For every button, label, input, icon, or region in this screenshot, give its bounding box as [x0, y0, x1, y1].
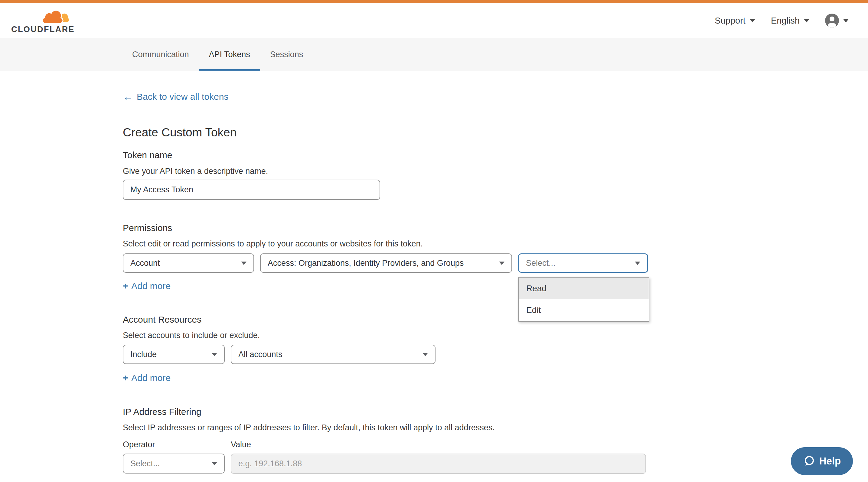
- permission-resource-value: Access: Organizations, Identity Provider…: [268, 259, 464, 268]
- cloudflare-logo[interactable]: CLOUDFLARE: [11, 9, 70, 35]
- permission-access-select[interactable]: Select...: [518, 253, 648, 273]
- chevron-down-icon: [635, 262, 640, 265]
- token-name-heading: Token name: [123, 150, 172, 160]
- tab-label: API Tokens: [209, 50, 250, 59]
- chevron-down-icon: [499, 262, 504, 265]
- account-menu[interactable]: [825, 13, 849, 28]
- ip-filtering-description: Select IP addresses or ranges of IP addr…: [123, 423, 495, 432]
- tab-communication[interactable]: Communication: [122, 38, 199, 71]
- add-more-label: Add more: [131, 281, 170, 291]
- chevron-down-icon: [804, 19, 809, 22]
- resource-selection-select[interactable]: All accounts: [231, 345, 435, 364]
- access-options-menu: Read Edit: [518, 277, 649, 322]
- tab-sessions[interactable]: Sessions: [260, 38, 313, 71]
- language-menu[interactable]: English: [771, 16, 809, 26]
- permissions-description: Select edit or read permissions to apply…: [123, 239, 423, 249]
- account-resources-description: Select accounts to include or exclude.: [123, 331, 260, 340]
- resource-mode-select[interactable]: Include: [123, 345, 225, 364]
- chevron-down-icon: [423, 353, 428, 356]
- menu-option-edit[interactable]: Edit: [519, 299, 649, 321]
- plus-icon: +: [123, 281, 128, 291]
- token-name-description: Give your API token a descriptive name.: [123, 167, 268, 176]
- top-accent-bar: [0, 0, 868, 3]
- active-tab-underline: [199, 69, 260, 71]
- plus-icon: +: [123, 373, 128, 383]
- cloudflare-profile-page: CLOUDFLARE Support English: [0, 0, 868, 482]
- permission-access-placeholder: Select...: [526, 259, 556, 268]
- add-more-label: Add more: [131, 373, 170, 383]
- header-right-nav: Support English: [715, 3, 849, 38]
- back-link-label: Back to view all tokens: [137, 92, 228, 102]
- chevron-down-icon: [212, 353, 217, 356]
- permission-scope-select[interactable]: Account: [123, 253, 254, 273]
- permission-scope-value: Account: [130, 259, 160, 268]
- header: CLOUDFLARE Support English: [0, 3, 868, 38]
- help-button-label: Help: [819, 455, 841, 467]
- operator-label: Operator: [123, 440, 155, 449]
- token-name-input[interactable]: [123, 180, 380, 200]
- value-label: Value: [231, 440, 251, 449]
- tab-label: Communication: [132, 50, 189, 59]
- cloudflare-cloud-icon: [39, 9, 70, 25]
- tab-api-tokens[interactable]: API Tokens: [199, 38, 260, 71]
- ip-operator-placeholder: Select...: [130, 459, 160, 469]
- chevron-down-icon: [212, 462, 217, 465]
- cloudflare-logo-text: CLOUDFLARE: [11, 25, 70, 34]
- chevron-down-icon: [843, 19, 849, 22]
- resource-mode-value: Include: [130, 350, 157, 359]
- account-resources-heading: Account Resources: [123, 315, 202, 325]
- resource-selection-value: All accounts: [238, 350, 282, 359]
- user-avatar-icon: [825, 13, 839, 28]
- support-menu-label: Support: [715, 16, 745, 26]
- help-button[interactable]: Help: [791, 447, 853, 475]
- profile-tabs: Communication API Tokens Sessions: [0, 38, 868, 71]
- ip-value-input[interactable]: [231, 454, 646, 474]
- ip-filtering-heading: IP Address Filtering: [123, 407, 202, 417]
- tab-label: Sessions: [270, 50, 303, 59]
- language-menu-label: English: [771, 16, 800, 26]
- add-more-permissions-link[interactable]: + Add more: [123, 281, 170, 291]
- permissions-heading: Permissions: [123, 223, 172, 233]
- ip-operator-select[interactable]: Select...: [123, 454, 225, 474]
- chat-bubble-icon: [803, 455, 815, 467]
- menu-option-read[interactable]: Read: [519, 278, 649, 299]
- chevron-down-icon: [241, 262, 247, 265]
- chevron-down-icon: [750, 19, 755, 22]
- permission-resource-select[interactable]: Access: Organizations, Identity Provider…: [260, 253, 512, 273]
- page-title: Create Custom Token: [123, 126, 237, 139]
- back-arrow-icon: ←: [123, 92, 133, 101]
- add-more-resources-link[interactable]: + Add more: [123, 373, 170, 383]
- back-to-tokens-link[interactable]: ← Back to view all tokens: [123, 92, 228, 102]
- support-menu[interactable]: Support: [715, 16, 755, 26]
